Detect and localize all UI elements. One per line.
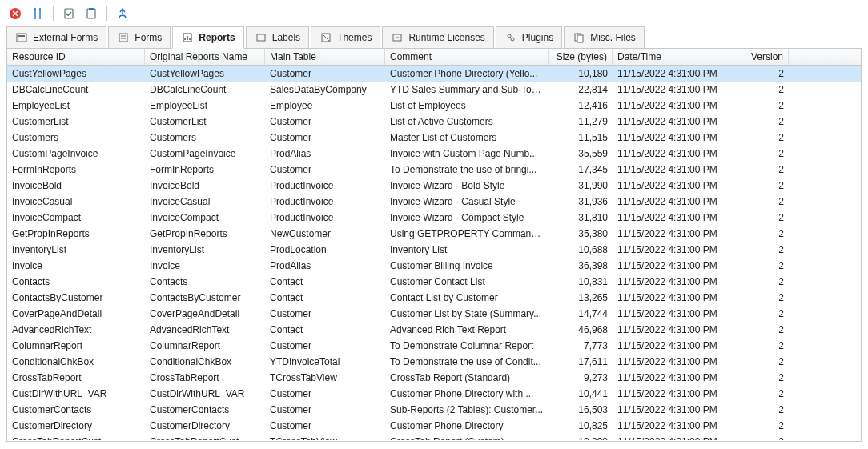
- export-icon[interactable]: [115, 6, 130, 21]
- close-icon[interactable]: [8, 6, 22, 21]
- cell-comment: Invoice Wizard - Compact Style: [385, 212, 549, 223]
- table-row[interactable]: ContactsByCustomerContactsByCustomerCont…: [7, 290, 861, 306]
- cell-original-name: CustomerContacts: [145, 404, 265, 415]
- tab-label: Labels: [272, 32, 300, 43]
- table-row[interactable]: CustomerDirectoryCustomerDirectoryCustom…: [7, 418, 861, 434]
- table-row[interactable]: GetPropInReportsGetPropInReportsNewCusto…: [7, 226, 861, 242]
- cell-comment: Customer List by State (Summary...: [385, 308, 549, 319]
- col-main-table[interactable]: Main Table: [265, 49, 385, 65]
- table-row[interactable]: CustomersCustomersCustomerMaster List of…: [7, 130, 861, 146]
- table-row[interactable]: ColumnarReportColumnarReportCustomerTo D…: [7, 338, 861, 354]
- cell-comment: Invoice Wizard - Bold Style: [385, 180, 549, 191]
- table-row[interactable]: FormInReportsFormInReportsCustomerTo Dem…: [7, 162, 861, 178]
- cell-size: 11,279: [549, 116, 613, 127]
- cell-resource-id: Contacts: [7, 276, 145, 287]
- table-row[interactable]: DBCalcLineCountDBCalcLineCountSalesDataB…: [7, 82, 861, 98]
- tab-label: Reports: [199, 32, 235, 43]
- col-original-name[interactable]: Original Reports Name: [145, 49, 265, 65]
- col-size[interactable]: Size (bytes): [549, 49, 613, 65]
- table-row[interactable]: AdvancedRichTextAdvancedRichTextContactA…: [7, 322, 861, 338]
- cell-original-name: CustomPageInvoice: [145, 148, 265, 159]
- cell-datetime: 11/15/2022 4:31:00 PM: [613, 148, 737, 159]
- table-row[interactable]: InvoiceCasualInvoiceCasualProductInvoice…: [7, 194, 861, 210]
- cell-version: 2: [737, 340, 789, 351]
- cell-main-table: Contact: [265, 292, 385, 303]
- tab-plugins[interactable]: Plugins: [496, 26, 562, 49]
- cell-comment: Master List of Customers: [385, 132, 549, 143]
- tab-labels[interactable]: Labels: [246, 26, 309, 49]
- tab-themes[interactable]: Themes: [311, 26, 380, 49]
- tabstrip: External Forms Forms Reports Labels Them…: [6, 26, 862, 49]
- cell-datetime: 11/15/2022 4:31:00 PM: [613, 372, 737, 383]
- cell-version: 2: [737, 212, 789, 223]
- tab-runtime-licenses[interactable]: Runtime Licenses: [382, 26, 493, 49]
- cell-original-name: Contacts: [145, 276, 265, 287]
- cell-datetime: 11/15/2022 4:31:00 PM: [613, 340, 737, 351]
- cell-main-table: TCrossTabView: [265, 436, 385, 440]
- tab-forms[interactable]: Forms: [108, 26, 171, 49]
- cell-version: 2: [737, 436, 789, 440]
- table-row[interactable]: CustDirWithURL_VARCustDirWithURL_VARCust…: [7, 386, 861, 402]
- cell-comment: Invoice with Custom Page Numb...: [385, 148, 549, 159]
- table-row[interactable]: CrossTabReportCustCrossTabReportCustTCro…: [7, 434, 861, 440]
- col-resource-id[interactable]: Resource ID: [7, 49, 145, 65]
- svg-rect-6: [119, 34, 127, 42]
- tab-label: Themes: [337, 32, 372, 43]
- cell-resource-id: CustomerContacts: [7, 404, 145, 415]
- clipboard-check-icon[interactable]: [62, 6, 76, 21]
- cell-comment: List of Employees: [385, 100, 549, 111]
- cell-version: 2: [737, 228, 789, 239]
- label-icon: [255, 31, 267, 44]
- table-row[interactable]: EmployeeListEmployeeListEmployeeList of …: [7, 98, 861, 114]
- table-row[interactable]: CustomerContactsCustomerContactsCustomer…: [7, 402, 861, 418]
- table-row[interactable]: CustomerListCustomerListCustomerList of …: [7, 114, 861, 130]
- cell-comment: CrossTab Report (Custom): [385, 436, 549, 440]
- cell-comment: Using GETPROPERTY Command t...: [385, 228, 549, 239]
- tab-reports[interactable]: Reports: [172, 26, 243, 49]
- table-row[interactable]: InvoiceCompactInvoiceCompactProductInvoi…: [7, 210, 861, 226]
- table-row[interactable]: CustYellowPagesCustYellowPagesCustomerCu…: [7, 66, 861, 82]
- table-row[interactable]: InventoryListInventoryListProdLocationIn…: [7, 242, 861, 258]
- tab-label: Runtime Licenses: [408, 32, 484, 43]
- cell-resource-id: DBCalcLineCount: [7, 84, 145, 95]
- rename-icon[interactable]: [30, 6, 45, 21]
- cell-main-table: ProductInvoice: [265, 180, 385, 191]
- table-row[interactable]: ContactsContactsContactCustomer Contact …: [7, 274, 861, 290]
- cell-size: 10,825: [549, 420, 613, 431]
- svg-rect-8: [257, 34, 265, 41]
- table-row[interactable]: CrossTabReportCrossTabReportTCrossTabVie…: [7, 370, 861, 386]
- cell-version: 2: [737, 404, 789, 415]
- tab-misc-files[interactable]: Misc. Files: [564, 26, 645, 49]
- cell-original-name: ContactsByCustomer: [145, 292, 265, 303]
- table-row[interactable]: CustomPageInvoiceCustomPageInvoiceProdAl…: [7, 146, 861, 162]
- cell-original-name: CustomerList: [145, 116, 265, 127]
- cell-resource-id: InvoiceCompact: [7, 212, 145, 223]
- tab-label: Forms: [135, 32, 162, 43]
- report-icon: [181, 31, 194, 44]
- cell-original-name: DBCalcLineCount: [145, 84, 265, 95]
- table-row[interactable]: InvoiceBoldInvoiceBoldProductInvoiceInvo…: [7, 178, 861, 194]
- top-toolbar: [6, 5, 862, 26]
- cell-size: 10,180: [549, 68, 613, 79]
- col-datetime[interactable]: Date/Time: [613, 49, 737, 65]
- tab-label: External Forms: [33, 32, 98, 43]
- cell-size: 12,416: [549, 100, 613, 111]
- cell-resource-id: CustomerDirectory: [7, 420, 145, 431]
- cell-comment: CrossTab Report (Standard): [385, 372, 549, 383]
- cell-original-name: CrossTabReport: [145, 372, 265, 383]
- col-comment[interactable]: Comment: [385, 49, 549, 65]
- table-row[interactable]: InvoiceInvoiceProdAliasCustomer Billing …: [7, 258, 861, 274]
- cell-main-table: ProdAlias: [265, 148, 385, 159]
- cell-comment: Contact List by Customer: [385, 292, 549, 303]
- table-row[interactable]: ConditionalChkBoxConditionalChkBoxYTDInv…: [7, 354, 861, 370]
- paste-icon[interactable]: [84, 6, 98, 21]
- cell-main-table: SalesDataByCompany: [265, 84, 385, 95]
- tab-external-forms[interactable]: External Forms: [6, 26, 106, 49]
- cell-main-table: TCrossTabView: [265, 372, 385, 383]
- col-version[interactable]: Version: [737, 49, 789, 65]
- table-row[interactable]: CoverPageAndDetailCoverPageAndDetailCust…: [7, 306, 861, 322]
- cell-datetime: 11/15/2022 4:31:00 PM: [613, 84, 737, 95]
- grid-body[interactable]: CustYellowPagesCustYellowPagesCustomerCu…: [7, 66, 861, 440]
- cell-datetime: 11/15/2022 4:31:00 PM: [613, 196, 737, 207]
- cell-main-table: ProdAlias: [265, 260, 385, 271]
